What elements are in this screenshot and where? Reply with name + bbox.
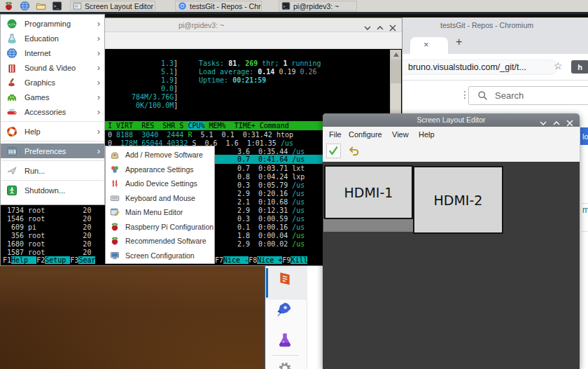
taskbar-launchers: >_: [3, 0, 62, 12]
menu-separator: [1, 180, 104, 181]
menu-item-audio-device-settings[interactable]: Audio Device Settings: [106, 176, 214, 191]
search-input[interactable]: Search: [468, 86, 588, 105]
menu-item-run[interactable]: Run...: [1, 163, 104, 178]
bookmark-star-icon[interactable]: ☆: [554, 61, 563, 71]
task-label: testsGit - Repos - Chro...: [190, 2, 262, 11]
menu-item-education[interactable]: Education›: [1, 31, 104, 46]
menu-item-sound-video[interactable]: Sound & Video›: [1, 60, 104, 75]
new-tab-button[interactable]: +: [456, 36, 462, 48]
taskbar-task-pi-rpidev3[interactable]: >_pi@rpidev3: ~: [279, 1, 357, 11]
menu-item-keyboard-and-mouse[interactable]: Keyboard and Mouse: [106, 191, 214, 206]
taskbar: >_ Screen Layout EditortestsGit - Repos …: [0, 0, 588, 14]
page-divider: [582, 231, 588, 232]
menu-item-graphics[interactable]: Graphics›: [1, 75, 104, 90]
run-icon: [6, 165, 18, 176]
maximize-icon[interactable]: [377, 22, 384, 29]
submenu-arrow-icon: ›: [97, 107, 100, 116]
taskbar-task-testsgit-repos-chro[interactable]: testsGit - Repos - Chro...: [175, 1, 262, 11]
close-icon[interactable]: [566, 117, 573, 124]
close-icon[interactable]: [389, 22, 396, 29]
rpi-icon: [110, 236, 120, 246]
menu-item-label: Recommended Software: [125, 237, 206, 245]
sle-titlebar[interactable]: Screen Layout Editor: [323, 113, 580, 127]
menu-item-recommended-software[interactable]: Recommended Software: [106, 234, 214, 249]
menu-item-help[interactable]: Help›: [1, 124, 104, 139]
clone-button-fragment[interactable]: lo: [580, 127, 588, 145]
layout-canvas[interactable]: HDMI-1HDMI-2: [323, 162, 580, 369]
menu-item-shutdown[interactable]: Shutdown...: [1, 183, 104, 197]
menu-item-label: Preferences: [24, 147, 66, 155]
submenu-arrow-icon: ›: [97, 48, 100, 57]
svg-text:</>: </>: [8, 21, 16, 26]
test-plans-icon[interactable]: [276, 331, 294, 349]
menu-item-label: Internet: [24, 49, 50, 57]
menu-item-programming[interactable]: </>Programming›: [1, 16, 104, 31]
task-label: pi@rpidev3: ~: [293, 2, 339, 11]
terminal-line: 2.9 0:20.16 /us: [237, 190, 304, 198]
repos-icon[interactable]: [277, 271, 293, 286]
terminal-line: 1.3]: [161, 60, 178, 68]
terminal-line: 1546 root 20: [7, 215, 91, 223]
monitor-hdmi-2[interactable]: HDMI-2: [413, 166, 503, 234]
shutdown-icon: [6, 185, 18, 196]
framebuffer-region: [323, 218, 413, 232]
sle-menu-view[interactable]: View: [392, 130, 409, 139]
menu-item-preferences[interactable]: Preferences›: [1, 144, 104, 158]
chromium-active-tab[interactable]: ×: [410, 37, 448, 54]
applications-menu-launcher[interactable]: [3, 1, 14, 12]
page-link-fragment[interactable]: m: [582, 205, 588, 215]
menu-item-main-menu-editor[interactable]: Main Menu Editor: [106, 205, 214, 220]
terminal-line: 2.9 0:00.02 /us: [237, 240, 304, 249]
menu-item-games[interactable]: Games›: [1, 90, 104, 104]
menu-item-appearance-settings[interactable]: Appearance Settings: [106, 162, 214, 177]
terminal-line: 5.1]: [161, 68, 178, 76]
svg-text:>_: >_: [53, 4, 59, 9]
terminal-line: 0K/100.0M]: [136, 102, 178, 110]
maximize-icon[interactable]: [553, 117, 560, 124]
terminal-icon: >_: [281, 1, 290, 11]
screen-layout-editor-window[interactable]: Screen Layout Editor FileConfigureViewHe…: [323, 113, 580, 369]
submenu-arrow-icon: ›: [97, 19, 100, 28]
monitor-label: HDMI-2: [434, 193, 483, 208]
menu-item-accessories[interactable]: Accessories›: [1, 104, 104, 119]
menu-item-add-remove-software[interactable]: Add / Remove Software: [106, 148, 214, 162]
sle-menu-help[interactable]: Help: [419, 130, 435, 139]
submenu-arrow-icon: ›: [97, 78, 100, 87]
menu-item-raspberry-pi-configuration[interactable]: Raspberry Pi Configuration: [106, 220, 214, 235]
menu-item-label: Sound & Video: [24, 64, 76, 72]
terminal-line: 0.3 0:05.79 /us: [237, 181, 304, 190]
rpi-icon: [4, 1, 14, 11]
tab-close-icon[interactable]: ×: [424, 39, 429, 50]
prefs-icon: [6, 146, 18, 157]
undo-icon: [348, 146, 360, 158]
terminal-launcher[interactable]: >_: [51, 1, 62, 12]
file-manager-launcher[interactable]: [35, 1, 46, 12]
terminal-line: Load average: 0.14 0.19 0.26: [199, 68, 317, 76]
pipelines-icon[interactable]: [275, 300, 293, 319]
sle-menu-configure[interactable]: Configure: [349, 130, 382, 139]
monitor-hdmi-1[interactable]: HDMI-1: [324, 165, 413, 219]
minimize-icon[interactable]: [540, 117, 547, 124]
profile-avatar-badge[interactable]: h: [571, 60, 588, 74]
terminal-line: 356 root 20: [7, 232, 91, 240]
terminal-line: 609 pi 20: [7, 223, 91, 232]
undo-button[interactable]: [348, 146, 360, 158]
web-browser-launcher[interactable]: [19, 1, 30, 12]
settings-gear-icon[interactable]: [277, 361, 293, 369]
minimize-icon[interactable]: [364, 22, 371, 29]
apply-button[interactable]: [326, 144, 341, 158]
sle-menu-file[interactable]: File: [329, 130, 342, 139]
terminal-line: 0.0]: [161, 85, 178, 93]
pkg-icon: [110, 150, 120, 160]
menu-item-internet[interactable]: Internet›: [1, 46, 104, 60]
terminal-line: 1.8 0:00.04 /us: [237, 232, 304, 240]
menu-item-screen-configuration[interactable]: Screen Configuration: [106, 249, 214, 263]
rpi-icon: [110, 222, 120, 232]
kbd-icon: [110, 193, 120, 203]
terminal-line: 1.9]: [161, 76, 178, 85]
scroll-up-icon[interactable]: [391, 50, 401, 60]
sle-menubar: FileConfigureViewHelp: [323, 127, 580, 143]
scrollbar-thumb[interactable]: [391, 60, 401, 83]
submenu-arrow-icon: ›: [97, 127, 100, 136]
taskbar-task-screen-layout-editor[interactable]: Screen Layout Editor: [70, 1, 155, 11]
